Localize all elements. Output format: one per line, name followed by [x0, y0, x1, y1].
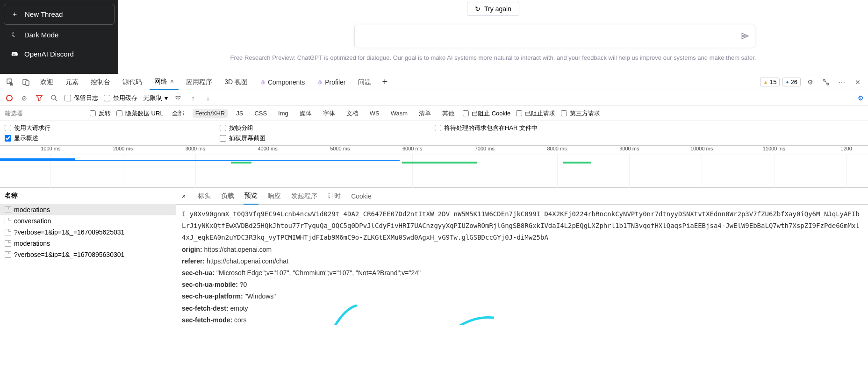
request-name: ?verbose=1&ip=1&_=1670895630301 — [14, 251, 124, 258]
type-all[interactable]: 全部 — [169, 108, 187, 119]
upload-icon[interactable]: ↑ — [188, 93, 198, 103]
chat-sidebar: ＋ New Thread ☾ Dark Mode OpenAI Discord — [0, 0, 118, 74]
more-icon[interactable]: ⋯ — [835, 76, 848, 89]
throttle-select[interactable]: 无限制 ▾ — [143, 94, 168, 102]
detail-close-button[interactable]: × — [179, 192, 188, 200]
request-row[interactable]: conversation — [0, 215, 176, 227]
request-row[interactable]: moderations — [0, 238, 176, 249]
react-icon: ⚛ — [317, 78, 323, 86]
svg-point-3 — [823, 79, 825, 81]
invert-checkbox[interactable]: 反转 — [90, 109, 111, 118]
try-again-button[interactable]: ↻ Try again — [467, 2, 519, 16]
search-icon[interactable] — [50, 93, 59, 103]
tab-issues[interactable]: 问题 — [353, 75, 376, 89]
disable-cache-checkbox[interactable]: 禁用缓存 — [104, 94, 137, 102]
warning-badge[interactable]: 15 — [760, 78, 780, 86]
filter-bar: 反转 隐藏数据 URL 全部 Fetch/XHR JS CSS Img 媒体 字… — [0, 106, 868, 121]
filter-input[interactable] — [5, 110, 84, 117]
type-css[interactable]: CSS — [251, 109, 270, 118]
large-rows-checkbox[interactable]: 使用大请求行 — [5, 124, 220, 132]
network-settings-icon[interactable]: ⚙ — [856, 93, 865, 103]
svg-point-4 — [827, 83, 829, 85]
type-font[interactable]: 字体 — [320, 108, 338, 119]
issues-badge[interactable]: 26 — [782, 78, 801, 86]
close-devtools-icon[interactable]: ✕ — [851, 76, 864, 89]
detail-tab-headers[interactable]: 标头 — [197, 188, 212, 205]
group-frame-checkbox[interactable]: 按帧分组 — [220, 124, 435, 132]
filter-toggle-icon[interactable] — [35, 93, 44, 103]
detail-tab-payload[interactable]: 负载 — [220, 188, 235, 205]
timeline-tick: 1000 ms — [41, 146, 60, 151]
tab-3dview[interactable]: 3D 视图 — [220, 75, 252, 89]
type-img[interactable]: Img — [275, 109, 291, 118]
clear-button[interactable]: ⊘ — [20, 93, 29, 103]
header-row: origin: https://chat.openai.com — [182, 244, 862, 256]
request-list: 名称 moderationsconversation?verbose=1&ip=… — [0, 188, 176, 325]
tab-sources[interactable]: 源代码 — [118, 75, 147, 89]
send-icon[interactable] — [741, 32, 749, 42]
header-key: sec-ch-ua-mobile: — [182, 281, 238, 288]
header-row: sec-ch-ua: "Microsoft Edge";v="107", "Ch… — [182, 267, 862, 279]
tab-profiler[interactable]: ⚛ Profiler — [312, 76, 350, 89]
tab-network[interactable]: 网络× — [150, 75, 179, 90]
type-fetch-xhr[interactable]: Fetch/XHR — [193, 109, 228, 118]
detail-tab-preview[interactable]: 预览 — [244, 188, 258, 205]
record-button[interactable] — [5, 93, 14, 103]
plus-icon: ＋ — [11, 10, 18, 19]
download-icon[interactable]: ↓ — [203, 93, 213, 103]
settings-icon[interactable]: ⚙ — [803, 76, 817, 89]
detail-tab-response[interactable]: 响应 — [267, 188, 282, 205]
tab-console[interactable]: 控制台 — [86, 75, 115, 89]
request-detail: × 标头 负载 预览 响应 发起程序 计时 Cookie I y0Xv90gnm… — [176, 188, 868, 325]
type-other[interactable]: 其他 — [439, 108, 457, 119]
header-value: https://chat.openai.com — [204, 246, 272, 253]
request-row[interactable]: ?verbose=1&ip=1&_=1670895630301 — [0, 249, 176, 260]
show-overview-checkbox[interactable]: 显示概述 — [5, 134, 220, 142]
capture-screenshots-checkbox[interactable]: 捕获屏幕截图 — [220, 134, 435, 142]
type-doc[interactable]: 文档 — [344, 108, 361, 119]
type-media[interactable]: 媒体 — [297, 108, 315, 119]
detail-body[interactable]: I y0Xv90gnmX_t0Q3Vfq9EC94Lcnb4ncwV1d029t… — [176, 205, 868, 325]
type-js[interactable]: JS — [233, 109, 246, 118]
header-value: ?0 — [240, 281, 247, 288]
tab-elements[interactable]: 元素 — [61, 75, 83, 89]
tab-components[interactable]: ⚛ Components — [255, 76, 309, 89]
add-tab-button[interactable]: + — [379, 77, 392, 87]
tab-welcome[interactable]: 欢迎 — [36, 75, 58, 89]
new-thread-button[interactable]: ＋ New Thread — [4, 4, 115, 25]
timeline-overview[interactable]: 1000 ms2000 ms3000 ms4000 ms5000 ms6000 … — [0, 146, 868, 188]
blocked-requests-checkbox[interactable]: 已阻止请求 — [516, 109, 555, 118]
inspect-icon[interactable] — [4, 76, 17, 89]
timeline-tick: 1200 — [840, 146, 852, 151]
header-row: sec-fetch-mode: cors — [182, 314, 862, 325]
third-party-checkbox[interactable]: 第三方请求 — [561, 109, 600, 118]
request-row[interactable]: ?verbose=1&ip=1&_=1670895625031 — [0, 227, 176, 238]
svg-point-5 — [51, 95, 56, 99]
wifi-icon[interactable] — [173, 93, 183, 103]
detail-tab-initiator[interactable]: 发起程序 — [290, 188, 318, 205]
new-thread-label: New Thread — [25, 10, 63, 18]
tab-application[interactable]: 应用程序 — [181, 75, 217, 89]
include-har-checkbox[interactable]: 将待处理的请求包含在HAR 文件中 — [435, 124, 650, 132]
header-value: "Windows" — [245, 292, 276, 300]
device-icon[interactable] — [20, 76, 33, 89]
dark-mode-toggle[interactable]: ☾ Dark Mode — [4, 25, 115, 44]
request-list-header[interactable]: 名称 — [0, 188, 176, 204]
detail-tab-cookie[interactable]: Cookie — [350, 188, 373, 205]
request-row[interactable]: moderations — [0, 204, 176, 215]
blocked-cookies-checkbox[interactable]: 已阻止 Cookie — [463, 109, 510, 118]
timeline-tick: 8000 ms — [547, 146, 567, 151]
timeline-tick: 4000 ms — [258, 146, 277, 151]
hide-data-urls-checkbox[interactable]: 隐藏数据 URL — [116, 109, 164, 118]
type-manifest[interactable]: 清单 — [416, 108, 434, 119]
type-ws[interactable]: WS — [367, 109, 382, 118]
preserve-log-checkbox[interactable]: 保留日志 — [65, 94, 98, 102]
type-wasm[interactable]: Wasm — [388, 109, 410, 118]
detail-tab-timing[interactable]: 计时 — [327, 188, 342, 205]
activity-icon[interactable] — [819, 76, 832, 89]
discord-link[interactable]: OpenAI Discord — [4, 44, 115, 64]
footer-disclaimer: Free Research Preview: ChatGPT is optimi… — [118, 54, 868, 61]
close-icon[interactable]: × — [170, 78, 174, 85]
timeline-tick: 6000 ms — [402, 146, 422, 151]
message-composer[interactable] — [354, 25, 755, 48]
